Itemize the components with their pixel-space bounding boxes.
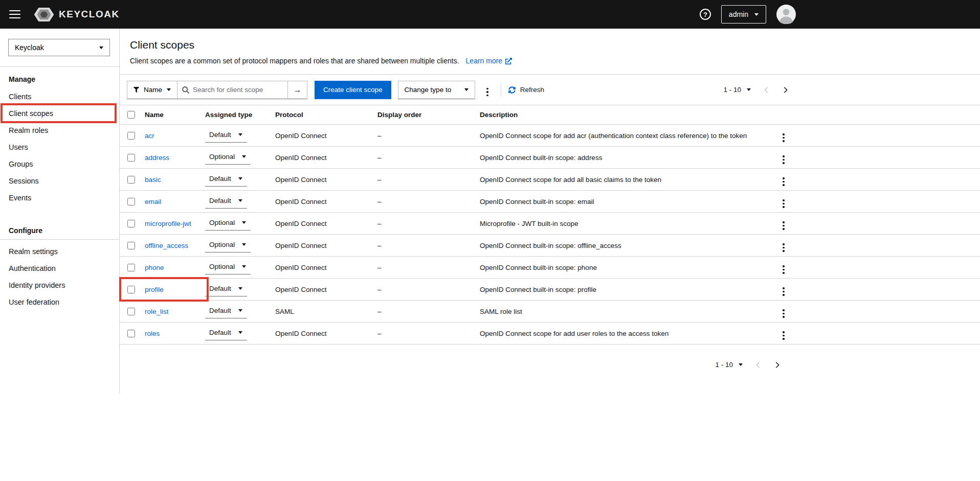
chevron-down-icon [739, 363, 743, 366]
scope-name-link[interactable]: roles [145, 330, 160, 337]
pagination-next-button[interactable] [777, 84, 794, 96]
refresh-button[interactable]: Refresh [508, 86, 544, 94]
row-kebab-menu[interactable] [778, 236, 789, 255]
toolbar-kebab-menu[interactable] [481, 80, 494, 99]
user-menu-dropdown[interactable]: admin [721, 5, 766, 24]
search-input[interactable] [177, 81, 288, 99]
display-order-cell: – [377, 176, 480, 184]
sidebar-item-user-federation[interactable]: User federation [0, 293, 119, 310]
table-row-offline_access: offline_access Optional OpenID Connect –… [120, 235, 980, 257]
learn-more-link[interactable]: Learn more [466, 57, 513, 65]
row-kebab-menu[interactable] [778, 258, 789, 277]
assigned-type-dropdown[interactable]: Default [205, 172, 247, 187]
chevron-down-icon [242, 155, 246, 158]
protocol-cell: OpenID Connect [275, 264, 377, 271]
scope-name-link[interactable]: profile [145, 286, 164, 293]
row-checkbox[interactable] [127, 220, 135, 227]
assigned-type-dropdown[interactable]: Default [205, 194, 247, 209]
sidebar-item-groups[interactable]: Groups [0, 155, 119, 172]
assigned-type-dropdown[interactable]: Optional [205, 216, 251, 231]
chevron-down-icon [238, 199, 242, 202]
help-icon[interactable]: ? [700, 9, 711, 20]
sidebar-item-realm-settings[interactable]: Realm settings [0, 243, 119, 260]
avatar[interactable] [776, 5, 796, 24]
pagination-prev-button[interactable] [758, 84, 774, 96]
scope-name-link[interactable]: basic [145, 176, 161, 184]
row-checkbox[interactable] [127, 286, 135, 293]
row-checkbox[interactable] [127, 242, 135, 249]
row-kebab-menu[interactable] [778, 126, 789, 145]
realm-select-dropdown[interactable]: Keycloak [8, 39, 110, 56]
row-checkbox[interactable] [127, 330, 135, 337]
assigned-type-dropdown[interactable]: Optional [205, 260, 251, 274]
create-client-scope-button[interactable]: Create client scope [315, 81, 391, 99]
sidebar-item-events[interactable]: Events [0, 189, 119, 206]
scope-name-link[interactable]: email [145, 198, 161, 205]
kebab-icon [783, 199, 785, 208]
chevron-left-icon [754, 361, 762, 369]
sidebar: Keycloak Manage Clients Client scopes Re… [0, 29, 120, 394]
description-cell: OpenID Connect built-in scope: offline_a… [480, 242, 773, 249]
table-row-acr: acr Default OpenID Connect – OpenID Conn… [120, 125, 980, 147]
scope-name-link[interactable]: acr [145, 132, 154, 140]
sidebar-item-realm-roles[interactable]: Realm roles [0, 122, 119, 139]
row-checkbox[interactable] [127, 176, 135, 184]
pagination-dropdown[interactable]: 1 - 10 [711, 358, 747, 372]
change-type-dropdown[interactable]: Change type to [398, 81, 476, 99]
description-cell: Microprofile - JWT built-in scope [480, 220, 773, 227]
row-checkbox[interactable] [127, 264, 135, 271]
assigned-type-dropdown[interactable]: Default [205, 304, 247, 318]
description-cell: OpenID Connect scope for add user roles … [480, 330, 773, 337]
scope-name-link[interactable]: address [145, 154, 169, 162]
kebab-icon [783, 155, 785, 164]
pagination-dropdown[interactable]: 1 - 10 [719, 83, 755, 97]
row-kebab-menu[interactable] [778, 280, 789, 299]
row-checkbox[interactable] [127, 132, 135, 140]
description-cell: OpenID Connect built-in scope: address [480, 154, 773, 162]
row-checkbox[interactable] [127, 198, 135, 205]
display-order-cell: – [377, 286, 480, 293]
kebab-icon [783, 177, 785, 186]
assigned-type-dropdown[interactable]: Optional [205, 238, 251, 253]
assigned-type-dropdown[interactable]: Default [205, 282, 247, 296]
sidebar-item-identity-providers[interactable]: Identity providers [0, 277, 119, 293]
search-submit-button[interactable]: → [288, 81, 307, 99]
brand-text: KEYCLOAK [59, 9, 120, 20]
assigned-type-dropdown[interactable]: Optional [205, 150, 251, 165]
chevron-down-icon [747, 88, 751, 91]
scope-name-link[interactable]: microprofile-jwt [145, 220, 191, 227]
kebab-icon [783, 309, 785, 318]
row-kebab-menu[interactable] [778, 148, 789, 167]
row-checkbox[interactable] [127, 308, 135, 315]
sidebar-item-clients[interactable]: Clients [0, 88, 119, 105]
select-all-checkbox[interactable] [127, 111, 135, 119]
pagination-prev-button[interactable] [750, 359, 766, 371]
description-cell: OpenID Connect built-in scope: phone [480, 264, 773, 271]
chevron-down-icon [99, 47, 103, 49]
hamburger-menu-button[interactable] [9, 10, 20, 19]
scope-name-link[interactable]: role_list [145, 308, 169, 315]
chevron-down-icon [238, 177, 242, 180]
row-kebab-menu[interactable] [778, 170, 789, 189]
scope-name-link[interactable]: offline_access [145, 242, 188, 249]
sidebar-item-client-scopes[interactable]: Client scopes [0, 105, 119, 122]
row-kebab-menu[interactable] [778, 324, 789, 343]
sidebar-item-authentication[interactable]: Authentication [0, 260, 119, 277]
sidebar-item-users[interactable]: Users [0, 139, 119, 155]
realm-select-value: Keycloak [15, 43, 44, 52]
pagination-next-button[interactable] [769, 359, 786, 371]
assigned-type-dropdown[interactable]: Default [205, 128, 247, 143]
filter-type-dropdown[interactable]: Name [127, 81, 177, 99]
scope-name-link[interactable]: phone [145, 264, 164, 271]
keycloak-logo[interactable]: KEYCLOAK [34, 8, 120, 21]
protocol-cell: OpenID Connect [275, 220, 377, 227]
row-checkbox[interactable] [127, 154, 135, 162]
display-order-cell: – [377, 330, 480, 337]
row-kebab-menu[interactable] [778, 214, 789, 233]
masthead-utilities: ? admin [700, 5, 796, 24]
col-header-assigned-type: Assigned type [205, 111, 275, 119]
row-kebab-menu[interactable] [778, 302, 789, 321]
sidebar-item-sessions[interactable]: Sessions [0, 172, 119, 189]
row-kebab-menu[interactable] [778, 192, 789, 211]
assigned-type-dropdown[interactable]: Default [205, 326, 247, 340]
